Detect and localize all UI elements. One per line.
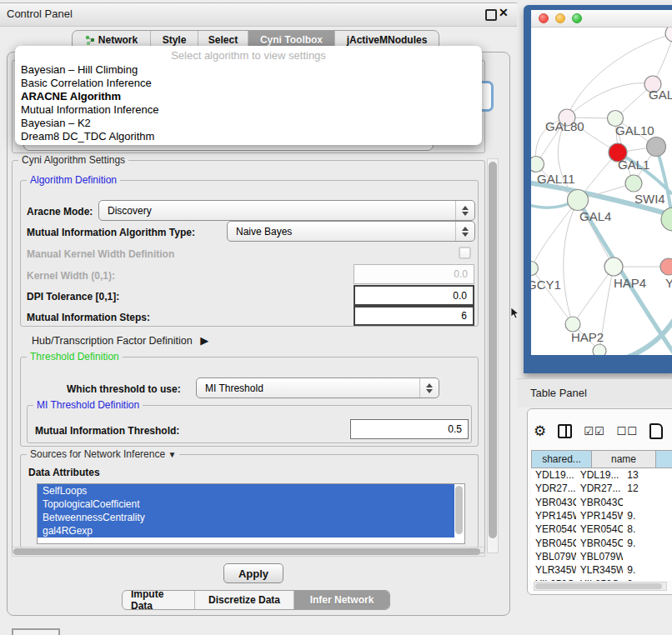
column-header-shared...[interactable]: shared...: [531, 450, 592, 468]
float-window-icon[interactable]: [485, 9, 497, 21]
table-cell: 9.: [623, 538, 672, 549]
table-cell: YBR043C: [531, 497, 576, 508]
cyni-bottom-tabbar: Impute DataDiscretize DataInfer Network: [122, 590, 390, 610]
data-attribute-item[interactable]: gal4RGexp: [38, 524, 454, 538]
apply-button[interactable]: Apply: [223, 563, 283, 583]
table-horizontal-scrollbar-thumb[interactable]: [535, 583, 662, 589]
mi-threshold-field[interactable]: 0.5: [350, 419, 469, 439]
algorithm-menu-item[interactable]: Bayesian – Hill Climbing: [21, 63, 476, 77]
table-row[interactable]: YER054CYER054C8.: [531, 522, 672, 536]
expand-right-icon: ▶: [200, 334, 208, 347]
data-attribute-item[interactable]: TopologicalCoefficient: [38, 498, 454, 511]
column-header-A[interactable]: A: [656, 450, 672, 468]
tab-infer-network[interactable]: Infer Network: [294, 591, 389, 609]
table-row[interactable]: YBL079WYBL079W: [531, 550, 672, 563]
network-node-gal11[interactable]: [531, 157, 544, 172]
network-edge[interactable]: [573, 267, 614, 324]
table-row[interactable]: YIL052CYIL052C9.: [531, 577, 672, 581]
data-attribute-item[interactable]: BetweennessCentrality: [38, 511, 454, 524]
algorithm-menu-item[interactable]: Dream8 DC_TDC Algorithm: [21, 130, 476, 143]
node-label: HAP4: [614, 276, 646, 290]
network-canvas[interactable]: GALGAL80GAL10GAL1GAL11SWI4GAL4GCY1HAP4YH…: [531, 28, 672, 355]
close-window-icon[interactable]: [539, 13, 549, 23]
settings-vertical-scrollbar-thumb[interactable]: [489, 162, 497, 538]
network-node-gal4[interactable]: [568, 190, 589, 211]
table-cell: YPR145W: [531, 510, 576, 522]
minimize-window-icon[interactable]: [555, 13, 565, 23]
table-cell: 12: [623, 482, 672, 494]
network-node[interactable]: [593, 344, 606, 355]
zoom-window-icon[interactable]: [572, 13, 582, 23]
table-cell: 9.: [623, 578, 672, 581]
table-settings-gear-icon[interactable]: ⚙: [534, 424, 546, 438]
mi-threshold-group-title: MI Threshold Definition: [33, 399, 143, 411]
table-row[interactable]: YDL19...YDL19...13: [531, 468, 672, 482]
control-panel-title: Control Panel: [7, 8, 73, 20]
network-node[interactable]: [665, 28, 672, 42]
network-node-hap4[interactable]: [604, 258, 623, 276]
network-window-titlebar[interactable]: [531, 10, 672, 28]
tab-impute-data[interactable]: Impute Data: [123, 591, 195, 609]
dpi-tolerance-label: DPI Tolerance [0,1]:: [27, 291, 119, 302]
network-node-y[interactable]: [660, 258, 672, 275]
data-attribute-item[interactable]: SelfLoops: [38, 484, 454, 498]
mi-type-combo[interactable]: Naive Bayes: [227, 221, 475, 242]
mi-type-value: Naive Bayes: [236, 226, 292, 238]
manual-kernel-checkbox[interactable]: [459, 247, 471, 259]
dpi-tolerance-field[interactable]: 0.0: [354, 285, 474, 306]
minimized-panel-icon[interactable]: [12, 628, 60, 635]
table-cell: YDR27...: [531, 482, 576, 494]
table-row[interactable]: YDR27...YDR27...12: [531, 482, 672, 495]
table-panel-title: Table Panel: [530, 387, 587, 399]
select-all-icon[interactable]: ☑☑: [584, 425, 604, 438]
algorithm-menu-item[interactable]: Bayesian – K2: [21, 117, 476, 130]
mi-steps-field[interactable]: 6: [354, 306, 474, 326]
which-threshold-value: MI Threshold: [205, 382, 263, 394]
network-node-swi4[interactable]: [625, 175, 642, 192]
algorithm-dropdown-popup: Select algorithm to view settings Bayesi…: [15, 46, 482, 145]
table-cell: YIL052C: [576, 578, 624, 581]
export-table-icon[interactable]: [649, 423, 663, 439]
screen: Control Panel ✕ NetworkStyleSelectCyni T…: [0, 0, 672, 635]
list-scrollbar-thumb[interactable]: [455, 486, 463, 534]
collapse-down-icon: ▼: [168, 450, 176, 459]
table-cell: YBR043C: [576, 497, 624, 508]
aracne-mode-label: Aracne Mode:: [27, 206, 93, 218]
table-cell: YDL19...: [576, 469, 624, 481]
algorithm-menu-item[interactable]: Mutual Information Inference: [21, 103, 476, 117]
data-attributes-label: Data Attributes: [28, 467, 100, 478]
table-row[interactable]: YBR043CYBR043C: [531, 496, 672, 509]
close-panel-icon[interactable]: ✕: [499, 6, 509, 19]
column-header-name[interactable]: name: [592, 450, 656, 468]
tab-discretize-data[interactable]: Discretize Data: [195, 591, 294, 609]
tab-label: Style: [163, 34, 187, 46]
table-cell: YBR045C: [531, 538, 576, 549]
network-edge[interactable]: [564, 200, 578, 324]
node-table[interactable]: shared...nameA YDL19...YDL19...13YDR27..…: [531, 450, 672, 581]
popup-placeholder: Select algorithm to view settings: [15, 49, 482, 62]
tab-label: Network: [98, 34, 138, 46]
table-row[interactable]: YBR045CYBR045C9.: [531, 536, 672, 549]
table-cell: YBR045C: [576, 538, 624, 549]
kernel-width-label: Kernel Width (0,1):: [27, 270, 115, 282]
node-label: SWI4: [634, 192, 665, 206]
deselect-all-icon[interactable]: ☐☐: [617, 425, 638, 438]
hub-definition-toggle[interactable]: Hub/Transcription Factor Definition ▶: [32, 334, 208, 347]
network-node-gcy1[interactable]: [531, 262, 539, 276]
network-node[interactable]: [647, 138, 666, 157]
algorithm-menu-item[interactable]: Basic Correlation Inference: [21, 77, 476, 90]
aracne-mode-combo[interactable]: Discovery: [98, 200, 475, 221]
node-label: HAP2: [571, 330, 604, 344]
kernel-width-field: 0.0: [354, 264, 474, 284]
table-row[interactable]: YLR345WYLR345W9.: [531, 563, 672, 577]
table-row[interactable]: YPR145WYPR145W9.: [531, 509, 672, 522]
data-attributes-list[interactable]: SelfLoopsTopologicalCoefficientBetweenne…: [37, 483, 465, 544]
which-threshold-combo[interactable]: MI Threshold: [196, 378, 439, 398]
algorithm-menu-item[interactable]: ARACNE Algorithm: [21, 90, 476, 103]
node-label: GAL11: [537, 172, 575, 186]
column-selector-icon[interactable]: [558, 424, 572, 438]
tab-label: Impute Data: [131, 590, 186, 610]
network-edge[interactable]: [531, 200, 578, 268]
sources-group-title[interactable]: Sources for Network Inference ▼: [27, 448, 179, 460]
list-scrollbar[interactable]: [454, 485, 464, 542]
